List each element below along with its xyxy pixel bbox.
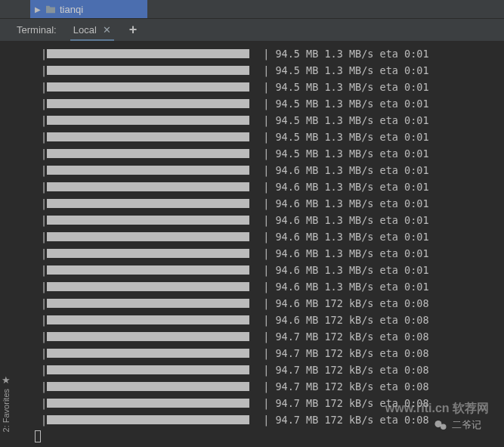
- progress-line: || 94.6 MB 1.3 MB/s eta 0:01: [18, 178, 489, 195]
- bar-delimiter: |: [41, 98, 47, 110]
- progress-stats: 94.7 MB 172 kB/s eta 0:08: [275, 397, 428, 409]
- folder-label: tianqi: [60, 4, 83, 15]
- progress-fill: [47, 282, 249, 291]
- bar-delimiter: |: [263, 331, 275, 343]
- bar-delimiter: |: [263, 147, 275, 160]
- bar-delimiter: |: [41, 231, 47, 243]
- bar-delimiter: |: [41, 164, 47, 176]
- progress-line: || 94.7 MB 172 kB/s eta 0:08: [18, 362, 489, 378]
- close-icon[interactable]: ✕: [103, 24, 111, 36]
- progress-fill: [47, 49, 249, 58]
- progress-line: || 94.7 MB 172 kB/s eta 0:08: [18, 328, 489, 345]
- progress-line: || 94.6 MB 1.3 MB/s eta 0:01: [18, 245, 489, 262]
- favorites-tab[interactable]: 2: Favorites ★: [0, 374, 11, 432]
- bar-delimiter: |: [263, 64, 275, 76]
- progress-stats: 94.7 MB 172 kB/s eta 0:08: [275, 364, 428, 376]
- progress-fill: [47, 315, 249, 324]
- progress-fill: [47, 299, 249, 308]
- progress-stats: 94.6 MB 1.3 MB/s eta 0:01: [275, 197, 428, 210]
- bar-delimiter: |: [263, 131, 275, 143]
- progress-stats: 94.6 MB 172 kB/s eta 0:08: [275, 297, 428, 309]
- progress-fill: [47, 116, 249, 125]
- progress-line: || 94.6 MB 172 kB/s eta 0:08: [18, 312, 489, 328]
- terminal-tab-local[interactable]: Local ✕: [70, 19, 114, 41]
- bar-delimiter: |: [263, 197, 275, 210]
- favorites-label: 2: Favorites: [2, 389, 11, 432]
- bar-delimiter: |: [263, 347, 275, 359]
- bar-delimiter: |: [41, 147, 47, 160]
- progress-line: || 94.7 MB 172 kB/s eta 0:08: [18, 345, 489, 362]
- progress-stats: 94.5 MB 1.3 MB/s eta 0:01: [275, 48, 428, 60]
- progress-fill: [47, 382, 249, 391]
- progress-fill: [47, 332, 249, 341]
- progress-line: || 94.5 MB 1.3 MB/s eta 0:01: [18, 45, 489, 62]
- progress-fill: [47, 66, 249, 75]
- bar-delimiter: |: [263, 214, 275, 226]
- progress-stats: 94.7 MB 172 kB/s eta 0:08: [275, 331, 428, 343]
- bar-delimiter: |: [41, 281, 47, 293]
- bar-delimiter: |: [263, 264, 275, 276]
- bar-delimiter: |: [41, 380, 47, 393]
- progress-line: || 94.5 MB 1.3 MB/s eta 0:01: [18, 79, 489, 95]
- progress-stats: 94.6 MB 1.3 MB/s eta 0:01: [275, 264, 428, 276]
- progress-stats: 94.6 MB 1.3 MB/s eta 0:01: [275, 231, 428, 243]
- progress-fill: [47, 216, 249, 225]
- progress-fill: [47, 399, 249, 408]
- progress-stats: 94.6 MB 1.3 MB/s eta 0:01: [275, 247, 428, 259]
- bar-delimiter: |: [41, 347, 47, 359]
- progress-fill: [47, 265, 249, 275]
- expand-arrow-icon[interactable]: ▶: [35, 5, 41, 14]
- bar-delimiter: |: [263, 364, 275, 376]
- star-icon: ★: [0, 374, 11, 386]
- bar-delimiter: |: [41, 247, 47, 259]
- folder-icon: [45, 5, 56, 14]
- bar-delimiter: |: [41, 197, 47, 210]
- progress-line: || 94.6 MB 1.3 MB/s eta 0:01: [18, 262, 489, 278]
- progress-line: || 94.5 MB 1.3 MB/s eta 0:01: [18, 62, 489, 79]
- bar-delimiter: |: [263, 81, 275, 93]
- progress-line: || 94.6 MB 1.3 MB/s eta 0:01: [18, 278, 489, 295]
- progress-fill: [47, 149, 249, 158]
- progress-stats: 94.6 MB 1.3 MB/s eta 0:01: [275, 164, 428, 176]
- bar-delimiter: |: [41, 214, 47, 226]
- progress-fill: [47, 99, 249, 108]
- progress-stats: 94.6 MB 172 kB/s eta 0:08: [275, 314, 428, 326]
- progress-line: || 94.7 MB 172 kB/s eta 0:08: [18, 378, 489, 395]
- progress-fill: [47, 82, 249, 92]
- bar-delimiter: |: [263, 98, 275, 110]
- progress-stats: 94.6 MB 1.3 MB/s eta 0:01: [275, 281, 428, 293]
- cursor-line: [18, 428, 489, 445]
- progress-fill: [47, 365, 249, 374]
- bar-delimiter: |: [263, 164, 275, 176]
- tab-label: Local: [73, 24, 97, 36]
- progress-fill: [47, 349, 249, 358]
- bar-delimiter: |: [41, 48, 47, 60]
- bar-delimiter: |: [263, 247, 275, 259]
- bar-delimiter: |: [263, 181, 275, 193]
- bar-delimiter: |: [41, 181, 47, 193]
- progress-stats: 94.5 MB 1.3 MB/s eta 0:01: [275, 64, 428, 76]
- bar-delimiter: |: [263, 380, 275, 393]
- progress-fill: [47, 166, 249, 175]
- progress-line: || 94.6 MB 1.3 MB/s eta 0:01: [18, 162, 489, 178]
- bar-delimiter: |: [41, 264, 47, 276]
- bar-delimiter: |: [263, 297, 275, 309]
- progress-fill: [47, 415, 249, 424]
- progress-stats: 94.7 MB 172 kB/s eta 0:08: [275, 347, 428, 359]
- bar-delimiter: |: [41, 314, 47, 326]
- tree-item-folder[interactable]: ▶ tianqi: [30, 0, 147, 18]
- bar-delimiter: |: [41, 114, 47, 126]
- bar-delimiter: |: [263, 397, 275, 409]
- bar-delimiter: |: [263, 231, 275, 243]
- progress-stats: 94.5 MB 1.3 MB/s eta 0:01: [275, 147, 428, 160]
- bar-delimiter: |: [41, 131, 47, 143]
- bar-delimiter: |: [41, 64, 47, 76]
- terminal-output[interactable]: || 94.5 MB 1.3 MB/s eta 0:01|| 94.5 MB 1…: [0, 41, 504, 447]
- bar-delimiter: |: [41, 331, 47, 343]
- progress-line: || 94.6 MB 1.3 MB/s eta 0:01: [18, 212, 489, 228]
- progress-fill: [47, 199, 249, 208]
- add-tab-icon[interactable]: +: [129, 22, 138, 38]
- progress-line: || 94.5 MB 1.3 MB/s eta 0:01: [18, 129, 489, 145]
- project-tree-bar: ▶ tianqi: [0, 0, 504, 18]
- progress-line: || 94.7 MB 172 kB/s eta 0:08: [18, 411, 489, 428]
